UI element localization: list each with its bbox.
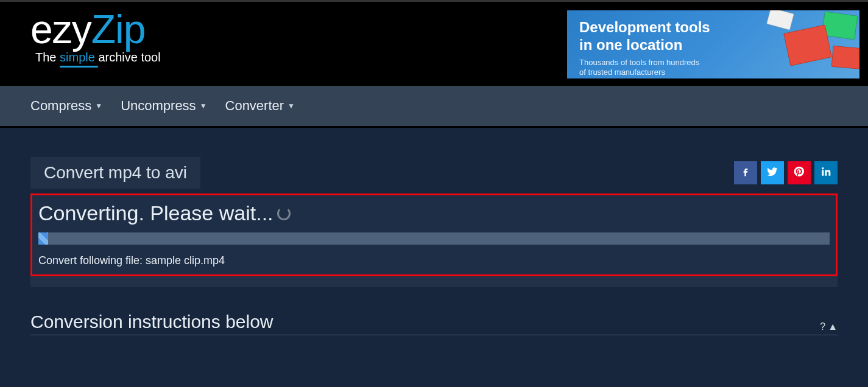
- nav-compress-label: Compress: [30, 98, 91, 114]
- chevron-down-icon: ▼: [95, 102, 102, 110]
- ad-banner[interactable]: Development tools in one location Thousa…: [567, 10, 859, 78]
- nav-uncompress-label: Uncompress: [121, 98, 196, 114]
- tagline-highlight: simple: [60, 51, 95, 64]
- instructions-row: Conversion instructions below ? ▲: [30, 312, 838, 335]
- linkedin-icon: [820, 166, 832, 180]
- panel-gap: [30, 276, 838, 287]
- twitter-icon: [766, 166, 778, 180]
- logo-part2: Zip: [91, 7, 146, 52]
- status-heading: Converting. Please wait...: [38, 201, 830, 225]
- chevron-up-icon: ▲: [828, 321, 838, 332]
- page-title: Convert mp4 to avi: [30, 157, 200, 189]
- instructions-toggle[interactable]: ? ▲: [820, 321, 838, 332]
- share-linkedin-button[interactable]: [814, 161, 838, 184]
- share-pinterest-button[interactable]: [788, 161, 811, 184]
- chevron-down-icon: ▼: [200, 102, 207, 110]
- instructions-title: Conversion instructions below: [30, 312, 273, 332]
- share-facebook-button[interactable]: [734, 161, 757, 184]
- nav-bar: Compress ▼ Uncompress ▼ Converter ▼: [0, 86, 868, 128]
- help-icon: ?: [820, 321, 825, 332]
- tagline-prefix: The: [35, 51, 60, 64]
- title-row: Convert mp4 to avi: [30, 157, 838, 189]
- convert-file-line: Convert following file: sample clip.mp4: [38, 254, 830, 267]
- logo: ezyZip: [30, 9, 161, 49]
- status-text: Converting. Please wait...: [38, 201, 273, 225]
- logo-block[interactable]: ezyZip The simple archive tool: [30, 2, 161, 64]
- share-twitter-button[interactable]: [761, 161, 784, 184]
- nav-uncompress[interactable]: Uncompress ▼: [121, 98, 206, 114]
- spinner-icon: [277, 207, 291, 220]
- chevron-down-icon: ▼: [288, 102, 295, 110]
- tagline: The simple archive tool: [30, 51, 161, 64]
- logo-part1: ezy: [30, 7, 91, 52]
- pinterest-icon: [793, 166, 805, 180]
- social-row: [734, 161, 838, 184]
- header: ezyZip The simple archive tool Developme…: [0, 2, 868, 86]
- tagline-suffix: archive tool: [95, 51, 161, 64]
- convert-panel: Converting. Please wait... Convert follo…: [30, 194, 838, 276]
- nav-compress[interactable]: Compress ▼: [30, 98, 102, 114]
- progress-bar: [38, 232, 830, 245]
- facebook-icon: [739, 166, 752, 180]
- progress-bar-fill: [38, 232, 48, 245]
- nav-converter-label: Converter: [225, 98, 284, 114]
- nav-converter[interactable]: Converter ▼: [225, 98, 295, 114]
- content: Convert mp4 to avi: [0, 128, 868, 335]
- ad-decor: [744, 10, 859, 78]
